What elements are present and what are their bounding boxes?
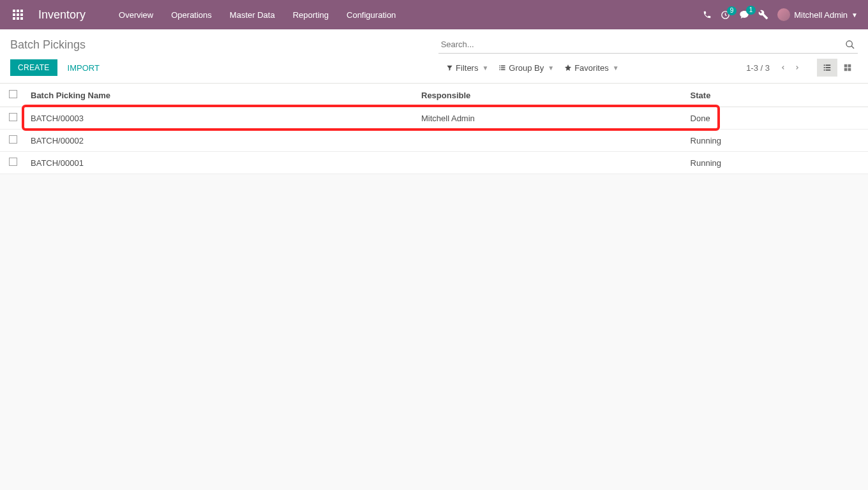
svg-line-11	[851, 46, 854, 48]
apps-icon[interactable]	[10, 7, 26, 22]
pager-area: 1-3 / 3	[746, 59, 858, 77]
caret-down-icon: ▼	[613, 64, 619, 71]
groupby-button[interactable]: Group By ▼	[496, 61, 557, 75]
menu-operations[interactable]: Operations	[163, 5, 220, 25]
svg-rect-17	[501, 70, 505, 71]
svg-rect-27	[848, 68, 851, 71]
create-button[interactable]: CREATE	[10, 59, 57, 76]
svg-rect-5	[20, 13, 23, 16]
favorites-button[interactable]: Favorites ▼	[562, 61, 621, 75]
svg-rect-13	[501, 66, 505, 67]
list-view-icon	[823, 63, 832, 72]
table-row[interactable]: BATCH/00001Running	[0, 152, 868, 174]
star-icon	[564, 64, 572, 71]
svg-rect-6	[13, 17, 15, 20]
search-facets: Filters ▼ Group By ▼ Favorites ▼	[444, 61, 746, 75]
svg-rect-21	[826, 67, 831, 68]
svg-point-10	[846, 41, 852, 47]
svg-rect-19	[826, 64, 831, 66]
search-input[interactable]	[438, 36, 842, 53]
user-name: Mitchell Admin	[794, 10, 848, 20]
favorites-label: Favorites	[574, 63, 608, 73]
caret-down-icon: ▼	[482, 64, 488, 71]
select-all-checkbox[interactable]	[9, 90, 17, 98]
cell-state: Done	[685, 107, 868, 130]
avatar	[777, 8, 790, 21]
filter-icon	[446, 64, 453, 71]
svg-rect-20	[824, 67, 825, 68]
pager-prev-button[interactable]	[776, 61, 790, 74]
svg-rect-3	[13, 13, 15, 16]
col-header-state[interactable]: State	[685, 84, 868, 107]
groupby-label: Group By	[509, 63, 544, 73]
kanban-view-icon	[843, 63, 852, 72]
pager-next-button[interactable]	[790, 61, 804, 74]
activity-icon[interactable]: 9	[721, 10, 730, 20]
col-header-name[interactable]: Batch Picking Name	[26, 84, 416, 107]
svg-rect-8	[20, 17, 23, 20]
caret-down-icon: ▼	[851, 11, 858, 19]
svg-rect-24	[844, 64, 848, 68]
main-menu: Overview Operations Master Data Reportin…	[111, 5, 403, 25]
caret-down-icon: ▼	[548, 64, 554, 71]
svg-rect-23	[826, 70, 831, 71]
search-bar[interactable]	[438, 36, 858, 54]
activity-badge: 9	[727, 6, 737, 15]
row-checkbox[interactable]	[9, 158, 17, 166]
messages-icon[interactable]: 1	[739, 10, 749, 20]
row-checkbox[interactable]	[9, 113, 17, 121]
debug-icon[interactable]	[758, 10, 768, 20]
table-row[interactable]: BATCH/00002Running	[0, 130, 868, 152]
svg-rect-22	[824, 70, 825, 71]
kanban-view-button[interactable]	[837, 59, 858, 77]
app-brand[interactable]: Inventory	[38, 8, 86, 22]
table-row[interactable]: BATCH/00003Mitchell AdminDone	[0, 107, 868, 130]
svg-rect-18	[824, 64, 825, 66]
svg-rect-0	[13, 10, 15, 12]
navbar-right: 9 1 Mitchell Admin ▼	[703, 8, 858, 21]
svg-rect-16	[500, 70, 501, 71]
import-button[interactable]: IMPORT	[65, 59, 102, 77]
top-navbar: Inventory Overview Operations Master Dat…	[0, 0, 868, 29]
control-panel: Batch Pickings CREATE IMPORT Filters ▼ G…	[0, 29, 868, 84]
svg-rect-25	[848, 64, 851, 68]
menu-reporting[interactable]: Reporting	[285, 5, 336, 25]
cell-state: Running	[685, 152, 868, 174]
cell-name: BATCH/00001	[26, 152, 416, 174]
col-header-responsible[interactable]: Responsible	[416, 84, 685, 107]
svg-rect-7	[17, 17, 19, 20]
svg-rect-26	[844, 68, 848, 71]
svg-rect-2	[20, 10, 23, 12]
svg-rect-1	[17, 10, 19, 12]
user-menu[interactable]: Mitchell Admin ▼	[777, 8, 858, 21]
svg-rect-12	[500, 66, 501, 67]
phone-icon[interactable]	[703, 10, 712, 19]
cell-responsible: Mitchell Admin	[416, 107, 685, 130]
messages-badge: 1	[746, 6, 756, 15]
svg-rect-4	[17, 13, 19, 16]
svg-rect-14	[500, 68, 501, 69]
cell-state: Running	[685, 130, 868, 152]
search-icon[interactable]	[842, 37, 858, 52]
menu-configuration[interactable]: Configuration	[339, 5, 403, 25]
cell-name: BATCH/00003	[26, 107, 416, 130]
breadcrumb: Batch Pickings	[10, 38, 86, 52]
cell-name: BATCH/00002	[26, 130, 416, 152]
filters-button[interactable]: Filters ▼	[444, 61, 491, 75]
filters-label: Filters	[456, 63, 478, 73]
row-checkbox[interactable]	[9, 135, 17, 144]
list-view: Batch Picking Name Responsible State BAT…	[0, 84, 868, 174]
svg-rect-15	[501, 68, 505, 69]
menu-master-data[interactable]: Master Data	[222, 5, 283, 25]
pager-text[interactable]: 1-3 / 3	[746, 63, 770, 73]
cell-responsible	[416, 130, 685, 152]
cell-responsible	[416, 152, 685, 174]
menu-overview[interactable]: Overview	[111, 5, 161, 25]
list-icon	[498, 64, 506, 71]
list-view-button[interactable]	[817, 59, 837, 77]
